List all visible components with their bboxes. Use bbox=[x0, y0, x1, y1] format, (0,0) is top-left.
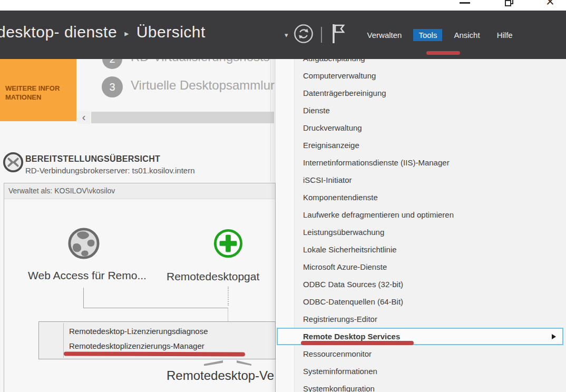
more-information-label: WEITERE INFORMATIONEN bbox=[5, 84, 63, 102]
menubar-item-tools[interactable]: Tools bbox=[413, 29, 442, 41]
deployment-diagram-panel: Verwaltet als: KOSILOV\vkosilov Web Acce bbox=[4, 183, 276, 392]
tools-menu-item[interactable]: Systeminformationen bbox=[276, 362, 566, 380]
tools-menu-items: Aufgabenplanung Computerverwaltung Daten… bbox=[276, 50, 566, 392]
tools-menu-item[interactable]: ODBC-Datenquellen (64-Bit) bbox=[276, 293, 566, 310]
tools-menu-item[interactable]: Systemkonfiguration bbox=[276, 380, 566, 392]
app-header-bar: desktop- dienste ▸ Übersicht ▾ bbox=[0, 11, 566, 59]
tools-menu-item-label: Systemkonfiguration bbox=[303, 384, 375, 392]
annotation-underline-manager bbox=[64, 351, 245, 356]
tools-menu-item-label: Komponentendienste bbox=[303, 193, 378, 202]
deployment-overview-title: BEREITSTELLUNGSÜBERSICHT bbox=[25, 154, 160, 164]
notifications-flag-icon[interactable] bbox=[331, 23, 345, 46]
tools-menu-item[interactable]: Druckverwaltung bbox=[276, 119, 566, 136]
server-manager-window: × desktop- dienste ▸ Übersicht ▾ bbox=[0, 0, 566, 392]
tools-menu-item[interactable]: Ressourcenmonitor bbox=[276, 345, 566, 362]
globe-icon bbox=[67, 227, 100, 260]
tools-menu-item-label: Leistungsüberwachung bbox=[303, 228, 384, 237]
annotation-underline-rds bbox=[301, 341, 414, 345]
menubar-item-ansicht[interactable]: Ansicht bbox=[448, 29, 485, 41]
tools-menu-item-label: ODBC-Datenquellen (64-Bit) bbox=[303, 297, 403, 306]
breadcrumb-current: Übersicht bbox=[136, 23, 206, 41]
restore-button[interactable] bbox=[505, 0, 514, 7]
tools-menu-item[interactable]: Komponentendienste bbox=[276, 189, 566, 206]
annotation-underline-tools bbox=[426, 51, 460, 55]
tools-menu-item-label: Microsoft Azure-Dienste bbox=[303, 262, 387, 271]
menubar-item-hilfe[interactable]: Hilfe bbox=[492, 29, 518, 41]
tools-menu-item-label: Lokale Sicherheitsrichtlinie bbox=[303, 245, 397, 254]
tools-menu-item-label: Ereignisanzeige bbox=[303, 141, 359, 150]
tools-menu-item[interactable]: Dienste bbox=[276, 102, 566, 119]
gateway-node-label[interactable]: Remotedesktopgat bbox=[167, 270, 259, 283]
close-button[interactable]: × bbox=[544, 0, 557, 9]
tools-menu-item[interactable]: Ereignisanzeige bbox=[276, 136, 566, 154]
tools-menu-item-label: Ressourcenmonitor bbox=[303, 349, 372, 358]
tools-menu-item-label: Remote Desktop Services bbox=[303, 332, 400, 341]
tools-menu-item-label: Registrierungs-Editor bbox=[303, 315, 377, 324]
tools-menu-item[interactable]: Remote Desktop Services bbox=[277, 328, 563, 345]
green-plus-icon bbox=[213, 228, 243, 259]
tools-menu-item-label: Computerverwaltung bbox=[303, 71, 376, 80]
tools-menu-item[interactable]: ODBC Data Sources (32-bit) bbox=[276, 276, 566, 293]
managed-as-bar: Verwaltet als: KOSILOV\vkosilov bbox=[4, 183, 275, 199]
broker-icon-fragment bbox=[204, 360, 223, 366]
submenu-arrow-icon bbox=[552, 334, 556, 339]
tools-menu-item[interactable]: Computerverwaltung bbox=[276, 67, 566, 84]
tools-menu-item[interactable]: Microsoft Azure-Dienste bbox=[276, 258, 566, 276]
web-access-node[interactable] bbox=[67, 227, 100, 262]
chevron-down-icon[interactable]: ▾ bbox=[285, 31, 288, 39]
horizontal-scrollbar[interactable] bbox=[91, 112, 274, 123]
web-access-node-label[interactable]: Web Access für Remo... bbox=[4, 269, 170, 282]
add-gateway-node[interactable] bbox=[213, 228, 243, 261]
diagram-connector bbox=[83, 288, 84, 308]
tools-menu-item[interactable]: iSCSI-Initiator bbox=[276, 171, 566, 189]
diagram-connector bbox=[83, 308, 228, 308]
tools-menu-item[interactable]: Internetinformationsdienste (IIS)-Manage… bbox=[276, 154, 566, 171]
broker-icon-fragment bbox=[237, 360, 251, 366]
tools-menu-item-label: iSCSI-Initiator bbox=[303, 175, 352, 184]
tools-menu-item-label: Dienste bbox=[303, 106, 330, 115]
quickstart-step-3-link[interactable]: Virtuelle Desktopsammlur bbox=[131, 78, 275, 93]
diagram-connector bbox=[228, 308, 228, 322]
tools-dropdown-menu: Aufgabenplanung Computerverwaltung Daten… bbox=[276, 47, 566, 392]
breadcrumb-separator-icon: ▸ bbox=[124, 28, 129, 38]
tools-menu-item-label: Systeminformationen bbox=[303, 367, 377, 376]
tools-menu-item-label: Laufwerke defragmentieren und optimieren bbox=[303, 210, 454, 219]
deployment-overview-subtitle: RD-Verbindungsbrokerserver: ts01.kosilov… bbox=[25, 166, 195, 175]
toolbar-divider bbox=[321, 27, 322, 43]
tools-menu-item[interactable]: Laufwerke defragmentieren und optimieren bbox=[276, 206, 566, 223]
tools-menu-item[interactable]: Lokale Sicherheitsrichtlinie bbox=[276, 241, 566, 258]
minimize-button[interactable] bbox=[460, 2, 470, 4]
tools-menu-item[interactable]: Leistungsüberwachung bbox=[276, 223, 566, 241]
app-menubar: Verwalten Tools Ansicht Hilfe bbox=[362, 29, 524, 41]
tools-menu-item-label: Datenträgerbereinigung bbox=[303, 89, 386, 97]
breadcrumb: desktop- dienste ▸ Übersicht bbox=[0, 23, 206, 41]
window-titlebar: × bbox=[0, 0, 566, 11]
quickstart-step-3-badge: 3 bbox=[102, 76, 123, 97]
tools-menu-item-label: Druckverwaltung bbox=[303, 123, 362, 132]
submenu-item-lizenzierungsdiagnose[interactable]: Remotedesktop-Lizenzierungsdiagnose bbox=[69, 327, 208, 336]
connection-broker-node-label[interactable]: Remotedesktop-Ve bbox=[167, 368, 274, 383]
scroll-left-arrow[interactable]: ‹ bbox=[77, 111, 90, 124]
tools-menu-item-label: Internetinformationsdienste (IIS)-Manage… bbox=[303, 158, 450, 167]
more-information-tile[interactable]: WEITERE INFORMATIONEN bbox=[0, 59, 76, 121]
submenu-item-lizenzierungs-manager[interactable]: Remotedesktoplizenzierungs-Manager bbox=[69, 341, 204, 350]
tools-menu-item[interactable]: Registrierungs-Editor bbox=[276, 310, 566, 328]
breadcrumb-root[interactable]: desktop- dienste bbox=[0, 23, 117, 41]
tools-menu-item[interactable]: Datenträgerbereinigung bbox=[276, 84, 566, 102]
menubar-item-verwalten[interactable]: Verwalten bbox=[362, 29, 407, 41]
restore-icon bbox=[505, 0, 511, 6]
rds-deployment-icon bbox=[2, 151, 24, 175]
diagram-connector-dotted bbox=[228, 287, 229, 306]
refresh-icon[interactable] bbox=[294, 24, 314, 46]
tools-menu-item-label: ODBC Data Sources (32-bit) bbox=[303, 280, 403, 289]
